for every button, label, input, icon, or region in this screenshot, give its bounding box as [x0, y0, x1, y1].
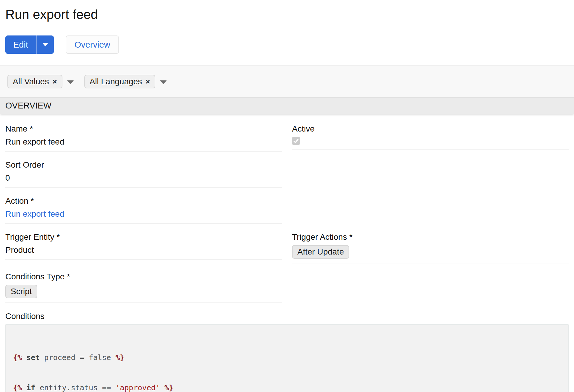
code-line: {% if entity.status == 'approved' %} [13, 383, 561, 392]
conditions-field: Conditions {% set proceed = false %} {% … [5, 311, 569, 392]
filter-chip-all-values[interactable]: All Values × [7, 75, 62, 88]
conditions-type-label: Conditions Type * [5, 272, 282, 282]
sort-order-value: 0 [5, 173, 282, 183]
overview-form: Name * Run export feed Active Sort Order… [0, 114, 574, 392]
active-value [292, 137, 569, 145]
chevron-down-icon [42, 43, 48, 46]
active-label: Active [292, 124, 569, 134]
conditions-type-field: Conditions Type * Script [5, 272, 282, 303]
trigger-actions-field: Trigger Actions * After Update [292, 232, 569, 263]
conditions-label: Conditions [5, 311, 569, 321]
checkmark-icon [293, 138, 299, 144]
filter-chip-all-languages[interactable]: All Languages × [84, 75, 156, 88]
page-title: Run export feed [0, 0, 574, 22]
action-field: Action * Run export feed [5, 196, 282, 224]
overview-button[interactable]: Overview [66, 35, 119, 54]
action-link[interactable]: Run export feed [5, 209, 64, 218]
name-value: Run export feed [5, 137, 282, 147]
toolbar: Edit Overview [5, 35, 569, 54]
conditions-code-block: {% set proceed = false %} {% if entity.s… [5, 324, 569, 392]
remove-icon[interactable]: × [52, 78, 57, 85]
name-field: Name * Run export feed [5, 124, 282, 152]
section-header-label: OVERVIEW [5, 101, 51, 111]
trigger-entity-value: Product [5, 245, 282, 255]
active-checkbox[interactable] [292, 137, 300, 145]
chevron-down-icon[interactable] [67, 80, 74, 84]
sort-order-label: Sort Order [5, 160, 282, 170]
filter-chip-label: All Values [13, 77, 49, 86]
action-label: Action * [5, 196, 282, 206]
sort-order-field: Sort Order 0 [5, 160, 282, 188]
trigger-actions-tag: After Update [292, 245, 349, 259]
remove-icon[interactable]: × [146, 78, 150, 85]
filter-bar: All Values × All Languages × [0, 65, 574, 97]
edit-dropdown-button[interactable] [36, 35, 54, 54]
conditions-type-tag: Script [5, 285, 37, 298]
active-field: Active [292, 124, 569, 150]
code-line: {% set proceed = false %} [13, 353, 561, 363]
trigger-entity-label: Trigger Entity * [5, 232, 282, 242]
filter-chip-label: All Languages [90, 77, 142, 86]
edit-split-button: Edit [5, 35, 54, 54]
trigger-actions-label: Trigger Actions * [292, 232, 569, 242]
chevron-down-icon[interactable] [160, 80, 167, 84]
edit-button[interactable]: Edit [5, 35, 36, 54]
section-header-overview: OVERVIEW [0, 97, 574, 114]
name-label: Name * [5, 124, 282, 134]
trigger-entity-field: Trigger Entity * Product [5, 232, 282, 260]
